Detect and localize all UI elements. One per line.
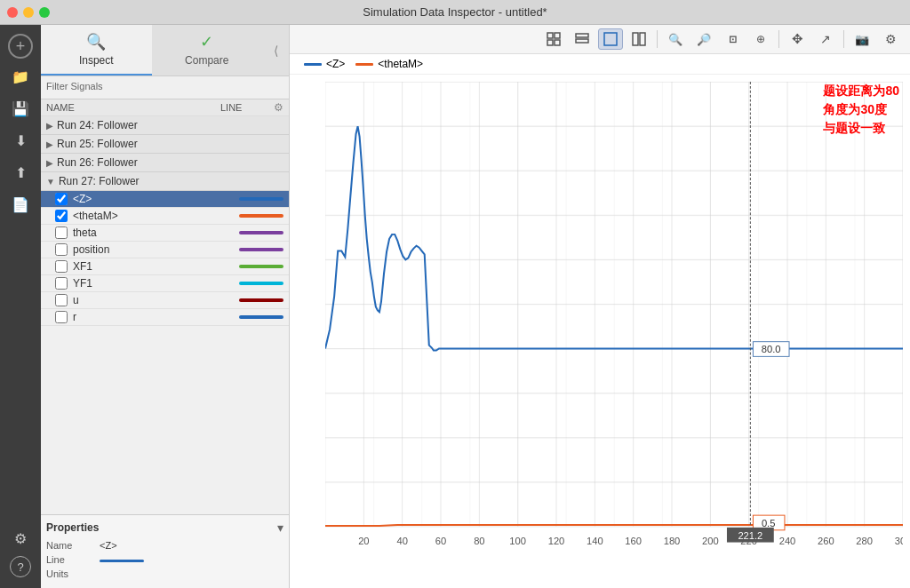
properties-panel: Properties ▾ Name <Z> Line Units — [41, 514, 289, 588]
x-label-80: 80 — [474, 536, 484, 546]
toolbar-layout-split[interactable] — [627, 28, 651, 50]
signal-line-r — [239, 315, 283, 319]
tab-compare-label: Compare — [185, 54, 228, 67]
add-icon[interactable]: + — [8, 34, 33, 59]
run-header-25[interactable]: ▶ Run 25: Follower — [41, 135, 289, 154]
traffic-lights — [7, 7, 50, 18]
toolbar-zoom-out[interactable]: 🔎 — [691, 28, 716, 50]
toolbar-zoom-fit[interactable]: ⊕ — [748, 28, 773, 50]
toolbar-layout-rows[interactable] — [570, 28, 595, 50]
chart-toolbar: 🔍 🔎 ⊡ ⊕ ✥ ↗ 📷 ⚙ — [290, 25, 910, 54]
prop-name-row: Name <Z> — [46, 540, 283, 551]
sidebar-collapse-btn[interactable]: ⟨ — [262, 25, 289, 75]
x-label-60: 60 — [435, 536, 446, 546]
signal-check-XF1[interactable] — [55, 260, 68, 273]
toolbar-settings[interactable]: ⚙ — [878, 28, 903, 50]
window-title: Simulation Data Inspector - untitled* — [363, 5, 547, 19]
prop-line-label: Line — [46, 554, 100, 565]
thetaM-signal-line — [325, 525, 903, 526]
header-name: NAME — [46, 102, 220, 113]
document-icon[interactable]: 📄 — [6, 190, 35, 219]
properties-expand-icon[interactable]: ▾ — [277, 520, 283, 535]
x-label-40: 40 — [396, 536, 407, 546]
signal-check-Z[interactable] — [55, 193, 68, 205]
save-icon[interactable]: 💾 — [6, 94, 35, 123]
annotation-box: 题设距离为80 角度为30度 与题设一致 — [823, 82, 899, 138]
signal-item-theta[interactable]: theta — [41, 225, 289, 242]
properties-title: Properties — [46, 521, 99, 534]
legend-item-thetaM: <thetaM> — [355, 58, 423, 70]
signal-item-position[interactable]: position — [41, 242, 289, 258]
toolbar-sep-3 — [843, 30, 844, 48]
x-label-300: 300 — [895, 536, 903, 546]
run-header-27[interactable]: ▼ Run 27: Follower — [41, 172, 289, 191]
chart-svg[interactable]: 0 20 40 60 80 100 120 140 160 180 200 20… — [325, 82, 903, 570]
signal-line-position — [239, 248, 283, 251]
chart-legend: <Z> <thetaM> — [290, 54, 910, 75]
signal-check-YF1[interactable] — [55, 277, 68, 290]
x-label-160: 160 — [625, 536, 642, 546]
signal-item-u[interactable]: u — [41, 292, 289, 309]
tab-compare[interactable]: ✓ Compare — [152, 25, 263, 75]
legend-label-Z: <Z> — [326, 58, 345, 70]
signal-name-YF1: YF1 — [73, 277, 239, 290]
signal-item-YF1[interactable]: YF1 — [41, 275, 289, 292]
signal-check-u[interactable] — [55, 294, 68, 306]
x-label-240: 240 — [779, 536, 796, 546]
compare-icon: ✓ — [200, 32, 213, 52]
x-label-260: 260 — [818, 536, 834, 546]
svg-rect-8 — [640, 33, 645, 45]
help-icon[interactable]: ? — [10, 556, 31, 577]
x-label-20: 20 — [358, 536, 369, 546]
run24-arrow: ▶ — [46, 121, 53, 131]
signal-item-XF1[interactable]: XF1 — [41, 258, 289, 275]
tab-inspect[interactable]: 🔍 Inspect — [41, 25, 152, 75]
gear-icon[interactable]: ⚙ — [6, 524, 35, 552]
inspect-icon: 🔍 — [86, 32, 106, 52]
main-layout: + 📁 💾 ⬇ ⬆ 📄 ⚙ ? 🔍 Inspect ✓ Compare ⟨ — [0, 25, 910, 588]
x-label-200: 200 — [702, 536, 719, 546]
legend-color-Z — [304, 63, 322, 66]
toolbar-screenshot[interactable]: 📷 — [850, 28, 874, 50]
minimize-button[interactable] — [23, 7, 34, 18]
signal-check-position[interactable] — [55, 243, 68, 256]
chart-container[interactable]: 题设距离为80 角度为30度 与题设一致 — [290, 75, 910, 588]
signal-item-r[interactable]: r — [41, 309, 289, 326]
folder-icon[interactable]: 📁 — [6, 62, 35, 91]
toolbar-zoom-in[interactable]: 🔍 — [663, 28, 688, 50]
signal-check-theta[interactable] — [55, 226, 68, 239]
toolbar-zoom-fit-x[interactable]: ⊡ — [720, 28, 745, 50]
signal-check-r[interactable] — [55, 311, 68, 323]
toolbar-cursor[interactable]: ↗ — [813, 28, 838, 50]
signal-line-thetaM — [239, 214, 283, 218]
annotation-line1: 题设距离为80 — [823, 82, 899, 100]
download-icon[interactable]: ⬇ — [6, 126, 35, 155]
annotation-line3: 与题设一致 — [823, 119, 899, 138]
toolbar-layout-tiles[interactable] — [541, 28, 566, 50]
theta-value-label: 0.5 — [762, 518, 776, 528]
toolbar-pan[interactable]: ✥ — [785, 28, 810, 50]
signal-item-Z[interactable]: <Z> — [41, 191, 289, 208]
run-group-27: ▼ Run 27: Follower <Z> <thetaM> theta — [41, 172, 289, 326]
signal-check-thetaM[interactable] — [55, 210, 68, 222]
prop-line-preview — [100, 560, 144, 562]
filter-bar: Filter Signals — [41, 76, 289, 99]
run26-arrow: ▶ — [46, 158, 53, 168]
run-header-26[interactable]: ▶ Run 26: Follower — [41, 154, 289, 172]
signal-name-Z: <Z> — [73, 193, 239, 205]
upload-icon[interactable]: ⬆ — [6, 158, 35, 187]
signal-list: ▶ Run 24: Follower ▶ Run 25: Follower ▶ … — [41, 116, 289, 514]
toolbar-layout-single[interactable] — [598, 28, 623, 50]
fullscreen-button[interactable] — [39, 7, 50, 18]
tab-inspect-label: Inspect — [79, 54, 114, 67]
prop-units-row: Units — [46, 568, 283, 579]
signal-item-thetaM[interactable]: <thetaM> — [41, 208, 289, 225]
run-header-24[interactable]: ▶ Run 24: Follower — [41, 116, 289, 135]
svg-rect-6 — [604, 33, 617, 45]
header-settings-icon[interactable]: ⚙ — [274, 101, 283, 114]
sidebar-tabs: 🔍 Inspect ✓ Compare ⟨ — [41, 25, 289, 76]
titlebar: Simulation Data Inspector - untitled* — [0, 0, 910, 25]
close-button[interactable] — [7, 7, 18, 18]
prop-name-label: Name — [46, 540, 100, 551]
prop-name-value: <Z> — [100, 540, 117, 551]
